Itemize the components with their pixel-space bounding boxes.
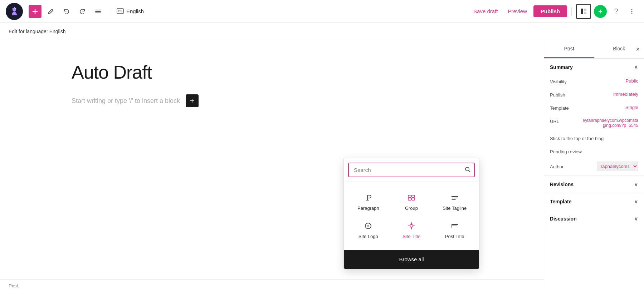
pending-field: Pending review xyxy=(544,145,644,159)
svg-rect-18 xyxy=(412,195,415,197)
block-label-site-tagline: Site Tagline xyxy=(443,206,467,211)
svg-rect-10 xyxy=(584,12,586,14)
summary-chevron-icon: ∧ xyxy=(634,64,638,70)
discussion-section: Discussion ∨ xyxy=(544,210,644,227)
discussion-section-header[interactable]: Discussion ∨ xyxy=(544,210,644,227)
language-subbar: Edit for language: English xyxy=(0,23,644,40)
publish-field: Publish Immediately xyxy=(544,89,644,102)
footer-post-label: Post xyxy=(9,283,18,288)
block-search-input[interactable] xyxy=(348,163,475,177)
view-toggle-button[interactable] xyxy=(576,4,591,19)
revisions-chevron-icon: ∨ xyxy=(634,181,638,188)
block-item-paragraph[interactable]: Paragraph xyxy=(347,188,390,216)
svg-point-13 xyxy=(631,13,633,14)
editor-add-block-button[interactable]: + xyxy=(186,94,199,107)
summary-section-header[interactable]: Summary ∧ xyxy=(544,59,644,75)
svg-text:EN: EN xyxy=(118,10,122,13)
undo-button[interactable] xyxy=(60,5,73,18)
svg-point-25 xyxy=(367,225,369,227)
main-layout: Auto Draft Start writing or type '/' to … xyxy=(0,40,644,292)
performance-button[interactable] xyxy=(594,5,607,18)
edit-tool-button[interactable] xyxy=(44,5,57,18)
visibility-field: Visibility Public xyxy=(544,75,644,89)
help-button[interactable]: ? xyxy=(610,5,623,18)
svg-rect-20 xyxy=(412,198,415,200)
language-label: English xyxy=(126,8,144,14)
site-title-icon xyxy=(406,221,416,231)
template-section-header[interactable]: Template ∨ xyxy=(544,193,644,210)
tab-post[interactable]: Post xyxy=(544,40,594,58)
site-tagline-icon xyxy=(450,193,460,203)
options-button[interactable] xyxy=(625,5,638,18)
block-item-site-title[interactable]: Site Title xyxy=(390,216,433,244)
language-subbar-text: Edit for language: English xyxy=(9,29,66,34)
block-item-site-logo[interactable]: Site Logo xyxy=(347,216,390,244)
add-block-button[interactable] xyxy=(29,5,42,18)
post-title-icon xyxy=(450,221,460,231)
template-value[interactable]: Single xyxy=(625,105,638,110)
sticky-label: Stick to the top of the blog xyxy=(550,135,604,141)
publish-button[interactable]: Publish xyxy=(533,5,567,17)
url-value[interactable]: eytanraphaelycom.wpcomstaging.com/?p=554… xyxy=(581,118,638,128)
site-logo-icon xyxy=(363,221,373,231)
divider-2 xyxy=(571,7,572,16)
discussion-chevron-icon: ∨ xyxy=(634,215,638,222)
visibility-label: Visibility xyxy=(550,78,567,84)
language-selector[interactable]: EN English xyxy=(113,6,147,17)
summary-section-title: Summary xyxy=(550,64,573,70)
svg-point-11 xyxy=(631,9,633,10)
block-search-wrapper xyxy=(348,163,475,177)
editor-placeholder-text: Start writing or type '/' to insert a bl… xyxy=(72,97,180,105)
post-title-heading[interactable]: Auto Draft xyxy=(72,61,472,83)
publish-label: Publish xyxy=(550,91,565,98)
search-icon xyxy=(465,167,470,174)
url-field: URL eytanraphaelycom.wpcomstaging.com/?p… xyxy=(544,115,644,132)
panel-close-button[interactable]: × xyxy=(636,45,640,53)
revisions-section-header[interactable]: Revisions ∨ xyxy=(544,176,644,193)
browse-all-button[interactable]: Browse all xyxy=(344,250,479,269)
site-logo[interactable] xyxy=(6,3,23,20)
block-label-site-logo: Site Logo xyxy=(358,234,378,239)
template-section: Template ∨ xyxy=(544,193,644,210)
block-item-group[interactable]: Group xyxy=(390,188,433,216)
template-field: Template Single xyxy=(544,102,644,115)
block-item-site-tagline[interactable]: Site Tagline xyxy=(433,188,476,216)
svg-rect-8 xyxy=(581,9,583,14)
author-select[interactable]: raphaelycom1 xyxy=(597,162,638,171)
url-label: URL xyxy=(550,118,559,124)
editor-placeholder-row: Start writing or type '/' to insert a bl… xyxy=(72,94,472,107)
right-panel: Post Block × Summary ∧ Visibility Public… xyxy=(544,40,644,292)
block-label-group: Group xyxy=(405,206,418,211)
redo-button[interactable] xyxy=(76,5,89,18)
sticky-field: Stick to the top of the blog xyxy=(544,132,644,145)
template-section-title: Template xyxy=(550,199,571,204)
discussion-section-title: Discussion xyxy=(550,216,577,222)
pending-label: Pending review xyxy=(550,148,582,154)
template-label: Template xyxy=(550,105,569,111)
panel-tabs: Post Block × xyxy=(544,40,644,59)
revisions-section-title: Revisions xyxy=(550,182,574,187)
divider-1 xyxy=(109,7,109,16)
svg-rect-19 xyxy=(408,198,411,200)
block-inserter-popup: Paragraph Group xyxy=(343,158,479,269)
block-item-post-title[interactable]: Post Title xyxy=(433,216,476,244)
list-view-button[interactable] xyxy=(92,5,104,18)
preview-button[interactable]: Preview xyxy=(504,6,530,16)
summary-section: Summary ∧ Visibility Public Publish Imme… xyxy=(544,59,644,176)
svg-rect-17 xyxy=(408,195,411,197)
editor-area[interactable]: Auto Draft Start writing or type '/' to … xyxy=(0,40,544,292)
block-grid: Paragraph Group xyxy=(344,182,479,250)
svg-point-12 xyxy=(631,11,633,12)
template-section-chevron-icon: ∨ xyxy=(634,198,638,205)
group-icon xyxy=(406,193,416,203)
footer-bar: Post xyxy=(0,279,544,292)
visibility-value[interactable]: Public xyxy=(626,78,638,84)
publish-value[interactable]: Immediately xyxy=(613,91,638,97)
svg-point-26 xyxy=(410,224,413,227)
author-label: Author xyxy=(550,163,564,169)
block-label-post-title: Post Title xyxy=(445,234,464,239)
svg-rect-9 xyxy=(584,9,586,11)
save-draft-button[interactable]: Save draft xyxy=(470,6,501,16)
paragraph-icon xyxy=(363,193,373,203)
block-search-area xyxy=(344,158,479,182)
